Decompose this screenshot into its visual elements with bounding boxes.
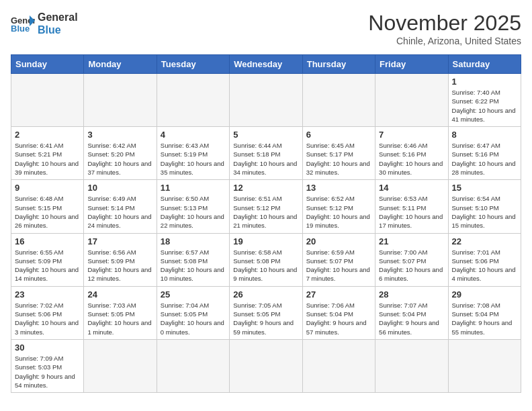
day-info: Sunrise: 6:50 AM Sunset: 5:13 PM Dayligh… [161,194,226,230]
calendar-cell: 9Sunrise: 6:48 AM Sunset: 5:15 PM Daylig… [11,180,84,233]
weekday-header-saturday: Saturday [448,55,521,74]
calendar-cell: 20Sunrise: 6:59 AM Sunset: 5:07 PM Dayli… [302,233,375,286]
day-info: Sunrise: 7:06 AM Sunset: 5:04 PM Dayligh… [306,301,371,336]
calendar-cell: 10Sunrise: 6:49 AM Sunset: 5:14 PM Dayli… [84,180,157,233]
calendar-cell: 6Sunrise: 6:45 AM Sunset: 5:17 PM Daylig… [302,127,375,180]
day-info: Sunrise: 6:43 AM Sunset: 5:19 PM Dayligh… [161,141,226,177]
calendar-cell [230,339,302,392]
day-number: 5 [233,130,298,140]
calendar-cell: 19Sunrise: 6:58 AM Sunset: 5:08 PM Dayli… [230,233,302,286]
calendar-cell [375,339,448,392]
day-info: Sunrise: 6:58 AM Sunset: 5:08 PM Dayligh… [233,248,298,283]
calendar-cell: 14Sunrise: 6:53 AM Sunset: 5:11 PM Dayli… [375,180,448,233]
day-info: Sunrise: 6:44 AM Sunset: 5:18 PM Dayligh… [233,141,298,177]
calendar-cell: 1Sunrise: 7:40 AM Sunset: 6:22 PM Daylig… [448,74,521,127]
day-number: 1 [452,77,517,87]
day-number: 25 [161,289,226,300]
calendar-cell: 21Sunrise: 7:00 AM Sunset: 5:07 PM Dayli… [375,233,448,286]
day-number: 16 [15,236,80,246]
weekday-header-wednesday: Wednesday [230,55,302,74]
calendar-cell [11,74,84,127]
day-number: 4 [161,130,226,140]
day-number: 30 [15,342,80,353]
day-number: 8 [452,130,517,140]
day-info: Sunrise: 6:49 AM Sunset: 5:14 PM Dayligh… [87,194,152,230]
calendar-cell: 7Sunrise: 6:46 AM Sunset: 5:16 PM Daylig… [375,127,448,180]
day-number: 22 [452,236,517,246]
day-number: 19 [233,236,298,246]
calendar-cell: 28Sunrise: 7:07 AM Sunset: 5:04 PM Dayli… [375,286,448,339]
day-number: 14 [379,183,444,193]
calendar-cell [448,339,521,392]
calendar-cell [375,74,448,127]
logo: General Blue General Blue [11,11,78,36]
calendar-cell: 30Sunrise: 7:09 AM Sunset: 5:03 PM Dayli… [11,339,84,392]
day-info: Sunrise: 6:52 AM Sunset: 5:12 PM Dayligh… [306,194,371,230]
weekday-header-friday: Friday [375,55,448,74]
calendar-cell: 15Sunrise: 6:54 AM Sunset: 5:10 PM Dayli… [448,180,521,233]
logo-icon: General Blue [11,14,35,33]
calendar-cell [157,74,229,127]
day-number: 28 [379,289,444,300]
month-title: November 2025 [368,11,521,36]
day-number: 10 [87,183,152,193]
calendar-cell: 13Sunrise: 6:52 AM Sunset: 5:12 PM Dayli… [302,180,375,233]
weekday-header-monday: Monday [84,55,157,74]
calendar-cell: 25Sunrise: 7:04 AM Sunset: 5:05 PM Dayli… [157,286,229,339]
calendar-cell: 17Sunrise: 6:56 AM Sunset: 5:09 PM Dayli… [84,233,157,286]
day-info: Sunrise: 7:01 AM Sunset: 5:06 PM Dayligh… [452,248,517,283]
day-number: 20 [306,236,371,246]
calendar-week-3: 9Sunrise: 6:48 AM Sunset: 5:15 PM Daylig… [11,180,521,233]
logo-general-text: General [38,11,78,24]
calendar-week-1: 1Sunrise: 7:40 AM Sunset: 6:22 PM Daylig… [11,74,521,127]
calendar-cell: 12Sunrise: 6:51 AM Sunset: 5:12 PM Dayli… [230,180,302,233]
calendar-cell: 18Sunrise: 6:57 AM Sunset: 5:08 PM Dayli… [157,233,229,286]
calendar-cell [84,339,157,392]
title-area: November 2025 Chinle, Arizona, United St… [368,11,521,46]
calendar-cell: 4Sunrise: 6:43 AM Sunset: 5:19 PM Daylig… [157,127,229,180]
day-info: Sunrise: 6:45 AM Sunset: 5:17 PM Dayligh… [306,141,371,177]
day-info: Sunrise: 7:02 AM Sunset: 5:06 PM Dayligh… [15,301,80,336]
calendar-cell: 26Sunrise: 7:05 AM Sunset: 5:05 PM Dayli… [230,286,302,339]
day-info: Sunrise: 6:57 AM Sunset: 5:08 PM Dayligh… [161,248,226,283]
calendar-cell: 23Sunrise: 7:02 AM Sunset: 5:06 PM Dayli… [11,286,84,339]
calendar-cell: 22Sunrise: 7:01 AM Sunset: 5:06 PM Dayli… [448,233,521,286]
day-info: Sunrise: 6:55 AM Sunset: 5:09 PM Dayligh… [15,248,80,283]
day-info: Sunrise: 6:59 AM Sunset: 5:07 PM Dayligh… [306,248,371,283]
day-number: 3 [87,130,152,140]
day-number: 23 [15,289,80,300]
calendar-week-6: 30Sunrise: 7:09 AM Sunset: 5:03 PM Dayli… [11,339,521,392]
calendar-cell: 3Sunrise: 6:42 AM Sunset: 5:20 PM Daylig… [84,127,157,180]
calendar-week-4: 16Sunrise: 6:55 AM Sunset: 5:09 PM Dayli… [11,233,521,286]
day-info: Sunrise: 7:03 AM Sunset: 5:05 PM Dayligh… [87,301,152,336]
day-info: Sunrise: 6:56 AM Sunset: 5:09 PM Dayligh… [87,248,152,283]
calendar-cell [230,74,302,127]
calendar-cell: 8Sunrise: 6:47 AM Sunset: 5:16 PM Daylig… [448,127,521,180]
day-info: Sunrise: 7:07 AM Sunset: 5:04 PM Dayligh… [379,301,444,336]
day-number: 15 [452,183,517,193]
calendar-cell: 11Sunrise: 6:50 AM Sunset: 5:13 PM Dayli… [157,180,229,233]
calendar-week-2: 2Sunrise: 6:41 AM Sunset: 5:21 PM Daylig… [11,127,521,180]
day-number: 7 [379,130,444,140]
day-number: 27 [306,289,371,300]
day-info: Sunrise: 7:00 AM Sunset: 5:07 PM Dayligh… [379,248,444,283]
calendar-week-5: 23Sunrise: 7:02 AM Sunset: 5:06 PM Dayli… [11,286,521,339]
day-info: Sunrise: 6:51 AM Sunset: 5:12 PM Dayligh… [233,194,298,230]
page-header: General Blue General Blue November 2025 … [11,11,521,46]
svg-text:Blue: Blue [11,24,30,33]
calendar-cell: 24Sunrise: 7:03 AM Sunset: 5:05 PM Dayli… [84,286,157,339]
calendar-cell: 27Sunrise: 7:06 AM Sunset: 5:04 PM Dayli… [302,286,375,339]
day-number: 13 [306,183,371,193]
day-info: Sunrise: 7:08 AM Sunset: 5:04 PM Dayligh… [452,301,517,336]
weekday-header-sunday: Sunday [11,55,84,74]
day-number: 24 [87,289,152,300]
day-number: 26 [233,289,298,300]
day-info: Sunrise: 7:09 AM Sunset: 5:03 PM Dayligh… [15,354,80,390]
day-number: 9 [15,183,80,193]
day-info: Sunrise: 6:41 AM Sunset: 5:21 PM Dayligh… [15,141,80,177]
day-info: Sunrise: 6:48 AM Sunset: 5:15 PM Dayligh… [15,194,80,230]
calendar-cell [157,339,229,392]
day-number: 6 [306,130,371,140]
calendar-cell [302,339,375,392]
day-number: 2 [15,130,80,140]
